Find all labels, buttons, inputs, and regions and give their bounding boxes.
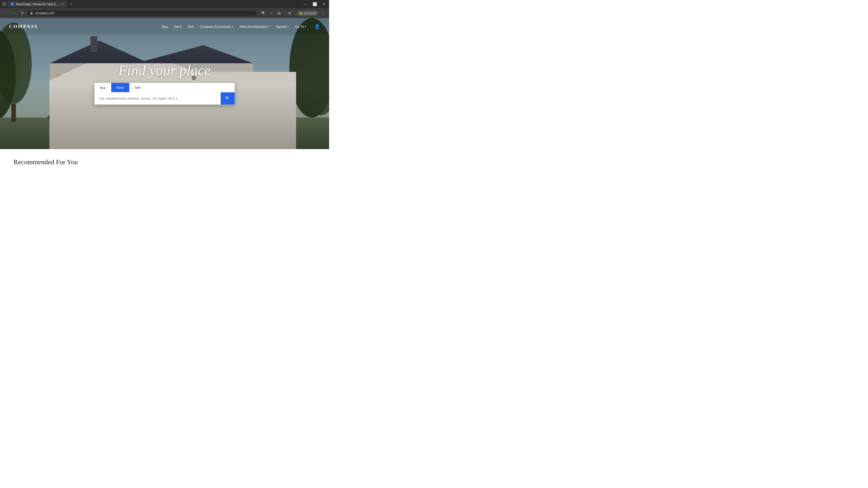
nav-links: Buy Rent Sell Compass Exclusives ▾ New D…: [162, 24, 320, 29]
tab-bar: ▾ C Real Estate, Homes for Sale & ... ✕ …: [0, 0, 329, 8]
search-tabs: Buy Rent Sell: [94, 83, 235, 92]
address-bar[interactable]: 🔒 compass.com: [27, 10, 256, 16]
incognito-icon: 🕵️: [299, 11, 303, 15]
tab-group-icon: ▾: [4, 2, 5, 6]
search-submit-button[interactable]: 🔍: [221, 92, 235, 105]
site-navigation: COMPASS Buy Rent Sell Compass Exclusives…: [0, 18, 329, 35]
new-tab-button[interactable]: +: [68, 1, 74, 7]
compass-exclusives-chevron: ▾: [232, 25, 233, 28]
site-logo[interactable]: COMPASS: [9, 24, 38, 29]
tab-group-button[interactable]: ▾: [2, 2, 7, 6]
bookmark-button[interactable]: ☆: [268, 10, 275, 17]
sell-tab[interactable]: Sell: [129, 83, 146, 92]
sell-nav-link[interactable]: Sell: [188, 25, 193, 29]
tab-title: Real Estate, Homes for Sale & ...: [16, 2, 59, 6]
active-tab[interactable]: C Real Estate, Homes for Sale & ... ✕: [8, 1, 67, 7]
rent-tab[interactable]: Rent: [111, 83, 129, 92]
buy-nav-link[interactable]: Buy: [162, 25, 168, 29]
goto-chevron: ▾: [305, 25, 306, 28]
incognito-label: Incognito: [304, 11, 316, 15]
search-widget: Buy Rent Sell 🔍: [94, 83, 235, 105]
extensions-button[interactable]: ⊞: [276, 10, 282, 17]
section-title: Recommended For You: [13, 158, 315, 166]
agents-chevron: ▾: [287, 25, 289, 28]
browser-chrome: ▾ C Real Estate, Homes for Sale & ... ✕ …: [0, 0, 329, 18]
compass-exclusives-nav-link[interactable]: Compass Exclusives ▾: [200, 25, 233, 29]
agents-nav-link[interactable]: Agents ▾: [276, 25, 289, 29]
hero-title: Find your place: [119, 63, 211, 78]
browser-search-button[interactable]: 🔍: [260, 10, 267, 17]
search-input[interactable]: [94, 93, 221, 104]
page-content: 6322 COMPASS Buy: [0, 18, 329, 170]
security-icon: 🔒: [30, 11, 33, 15]
toolbar-divider: [284, 11, 284, 15]
back-button[interactable]: ‹: [3, 10, 9, 16]
window-controls: — ⬜ ✕: [302, 2, 327, 7]
url-display: compass.com: [35, 11, 55, 15]
toolbar-icons: 🔍 ☆ ⊞ ⧉ 🕵️ Incognito ⋮: [260, 9, 327, 17]
new-development-nav-link[interactable]: New Development ▾: [240, 25, 270, 29]
user-icon[interactable]: 👤: [314, 24, 320, 29]
forward-button[interactable]: ›: [11, 10, 17, 16]
refresh-button[interactable]: ↻: [19, 10, 25, 16]
hero-section: 6322 COMPASS Buy: [0, 18, 329, 149]
buy-tab[interactable]: Buy: [94, 83, 111, 92]
goto-nav-link[interactable]: Go To ▾: [295, 25, 306, 29]
incognito-button[interactable]: 🕵️ Incognito: [297, 11, 318, 16]
search-input-row: 🔍: [94, 92, 235, 105]
search-icon: 🔍: [225, 96, 230, 101]
browser-menu-button[interactable]: ⋮: [319, 9, 327, 17]
browser-navbar: ‹ › ↻ 🔒 compass.com 🔍 ☆ ⊞ ⧉ 🕵️ Incognito…: [0, 8, 329, 18]
tab-close-button[interactable]: ✕: [61, 2, 64, 6]
new-development-chevron: ▾: [268, 25, 270, 28]
maximize-button[interactable]: ⬜: [311, 2, 319, 7]
rent-nav-link[interactable]: Rent: [174, 25, 182, 29]
split-screen-button[interactable]: ⧉: [286, 10, 293, 17]
minimize-button[interactable]: —: [302, 2, 309, 7]
recommended-section: Recommended For You: [0, 149, 329, 170]
hero-content: Find your place Buy Rent Sell 🔍: [92, 63, 237, 105]
close-button[interactable]: ✕: [321, 2, 327, 7]
tab-favicon: C: [10, 2, 14, 6]
